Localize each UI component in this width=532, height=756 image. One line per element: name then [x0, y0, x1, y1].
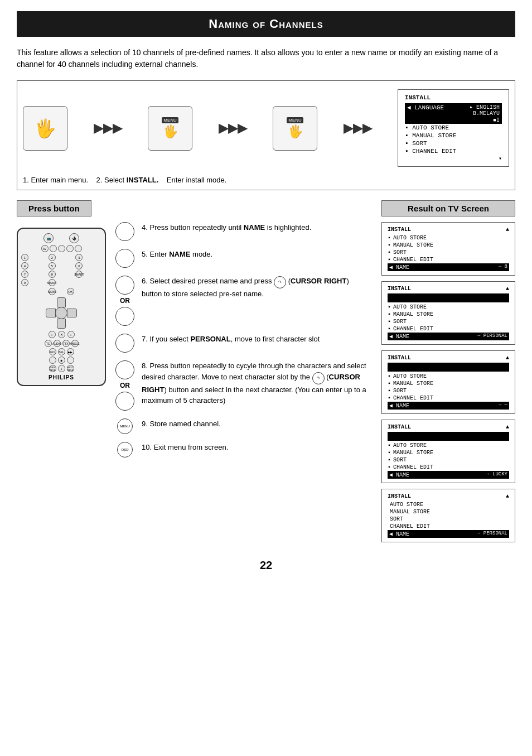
result-header-label: Result on TV Screen	[381, 200, 515, 216]
remote-vol-ch: + ✕ +	[21, 331, 101, 338]
tv4-name-selected: ◀ NAME → LUCKY	[388, 471, 509, 479]
dpad-up	[57, 297, 66, 307]
ch-up: +	[67, 331, 75, 338]
smart-btn: SMART	[49, 279, 56, 286]
tv-screen-2: INSTALL ▲ ▪AUTO STORE ▪MANUAL STORE ▪SOR…	[381, 281, 515, 345]
tv3-black-block	[388, 363, 509, 372]
tv4-manual-store: ▪MANUAL STORE	[388, 449, 509, 456]
tv-screen-3: INSTALL ▲ ▪AUTO STORE ▪MANUAL STORE ▪SOR…	[381, 350, 515, 414]
tv1-manual-store: ▪MANUAL STORE	[388, 242, 509, 249]
step6-icon-area: OR	[115, 276, 135, 326]
step9-num: 9.	[142, 420, 149, 428]
tv2-channel-edit: ▪CHANNEL EDIT	[388, 325, 509, 333]
remote-fn-row2: GO SEL ▶▶	[21, 348, 101, 355]
steps-column: 4. Press button repeatedly until NAME is…	[115, 222, 370, 465]
fn1: TC	[45, 340, 52, 347]
step7-text: 7. If you select PERSONAL, move to first…	[142, 334, 370, 345]
auto-store-item: ▪ AUTO STORE	[405, 124, 502, 132]
step10-num: 10.	[142, 443, 154, 451]
step4-icon-area	[115, 222, 135, 241]
tv-screen-4: INSTALL ▲ ▪AUTO STORE ▪MANUAL STORE ▪SOR…	[381, 420, 515, 483]
step6-or: OR	[120, 297, 130, 305]
arrow-1: ▶▶▶	[94, 121, 122, 136]
page-number: 22	[17, 559, 515, 572]
step7-circle	[115, 334, 134, 353]
tv2-up-arrow: ▲	[506, 286, 509, 292]
tv2-title-text: INSTALL	[388, 286, 411, 292]
remote-menu-ok: MENU OK	[21, 288, 101, 295]
step6-circle-bot	[115, 307, 134, 326]
remote-fn-row4: PREV PAGE ℹ NEXT PAGE	[21, 365, 101, 372]
remote-fn-row1: TC AUDIO TTX ANGLE	[21, 340, 101, 347]
info-btn: ℹ	[58, 365, 65, 372]
ok-btn: OK	[67, 288, 74, 295]
diagram-step3: MENU 🖐	[273, 106, 317, 151]
install-bold: INSTALL.	[127, 176, 159, 184]
tv4-black-block	[388, 432, 509, 441]
step5-icon-area	[115, 249, 135, 268]
tv3-manual-store: ▪MANUAL STORE	[388, 380, 509, 387]
step6-circle-top	[115, 276, 134, 295]
step10-icon-area: OSD	[115, 442, 135, 458]
remote-row-top: 📺 ⏻	[21, 233, 101, 243]
remote-hand-3: MENU 🖐	[273, 106, 317, 151]
step4-text: 4. Press button repeatedly until NAME is…	[142, 222, 370, 233]
step6-text: 6. Select desired preset name and press …	[142, 276, 370, 300]
left-area: Press button 📺 ⏻ AV	[17, 200, 370, 548]
prev-page: PREV PAGE	[49, 365, 56, 372]
fn4: ANGLE	[71, 340, 79, 347]
tv5-title-text: INSTALL	[388, 493, 411, 499]
step5-num: 5.	[142, 250, 149, 258]
press-button-header: Press button	[17, 200, 91, 216]
next-page: NEXT PAGE	[67, 365, 74, 372]
tv5-manual-store: MANUAL STORE	[388, 508, 509, 516]
fn9: ◉	[58, 357, 65, 364]
remote-fn-row3: ◉	[21, 357, 101, 364]
tv4-title: INSTALL ▲	[388, 424, 509, 430]
down-arrow: ▾	[405, 155, 502, 162]
num4: 4	[21, 262, 28, 269]
menu-icon-btn: MENU	[117, 418, 133, 434]
fn10	[67, 357, 74, 364]
step4-circle	[115, 222, 134, 241]
tv-screen-5: INSTALL ▲ AUTO STORE MANUAL STORE SORT C…	[381, 489, 515, 542]
tv2-title: INSTALL ▲	[388, 286, 509, 292]
tv1-sort: ▪SORT	[388, 249, 509, 256]
num2: 2	[49, 254, 56, 261]
step5-text: 5. Enter NAME mode.	[142, 249, 370, 260]
tv4-channel-edit: ▪CHANNEL EDIT	[388, 464, 509, 471]
dpad-left	[46, 309, 56, 317]
dpad-center	[55, 307, 67, 319]
fn7: ▶▶	[67, 348, 74, 355]
top-diagram: 🖐 ▶▶▶ MENU 🖐 ▶▶▶ MENU 🖐 ▶▶▶ INSTALL ◀ LA…	[17, 80, 515, 190]
fn5: GO	[49, 348, 56, 355]
step8-circle-bot	[115, 392, 134, 411]
step-6-row: OR 6. Select desired preset name and pre…	[115, 276, 370, 326]
step8-circle-top	[115, 360, 134, 379]
tv1-title: INSTALL ▲	[388, 227, 509, 233]
install-menu-top: INSTALL ◀ LANGUAGE ▸ ENGLISHB.MELAYU◾I ▪…	[398, 89, 509, 167]
fn2: AUDIO	[54, 340, 61, 347]
tv3-title-text: INSTALL	[388, 355, 411, 361]
diagram-step2: MENU 🖐	[148, 106, 192, 151]
step9-text: 9. Store named channel.	[142, 418, 370, 430]
language-item: ◀ LANGUAGE ▸ ENGLISHB.MELAYU◾I	[405, 103, 502, 124]
tv-screen-1: INSTALL ▲ ▪AUTO STORE ▪MANUAL STORE ▪SOR…	[381, 222, 515, 276]
num8: 8	[49, 271, 56, 278]
tv1-channel-edit: ▪CHANNEL EDIT	[388, 256, 509, 263]
remote-hand-2: MENU 🖐	[148, 106, 192, 151]
num3: 3	[75, 254, 83, 261]
step8-text: 8. Press button repeatedly to cycyle thr…	[142, 360, 370, 406]
av-btn: AV	[41, 245, 49, 252]
page-title: Naming of Channels	[17, 11, 515, 37]
tv2-sort: ▪SORT	[388, 318, 509, 325]
tv5-up-arrow: ▲	[506, 493, 509, 499]
tv5-title: INSTALL ▲	[388, 493, 509, 499]
step7-icon-area	[115, 334, 135, 353]
top-caption: 1. Enter main menu. 2. Select INSTALL. E…	[23, 172, 509, 184]
menu-btn-remote: MENU	[49, 288, 56, 295]
tv1-title-text: INSTALL	[388, 227, 411, 233]
step5-circle	[115, 249, 134, 268]
step10-text: 10. Exit menu from screen.	[142, 442, 370, 453]
step4-num: 4.	[142, 223, 149, 232]
